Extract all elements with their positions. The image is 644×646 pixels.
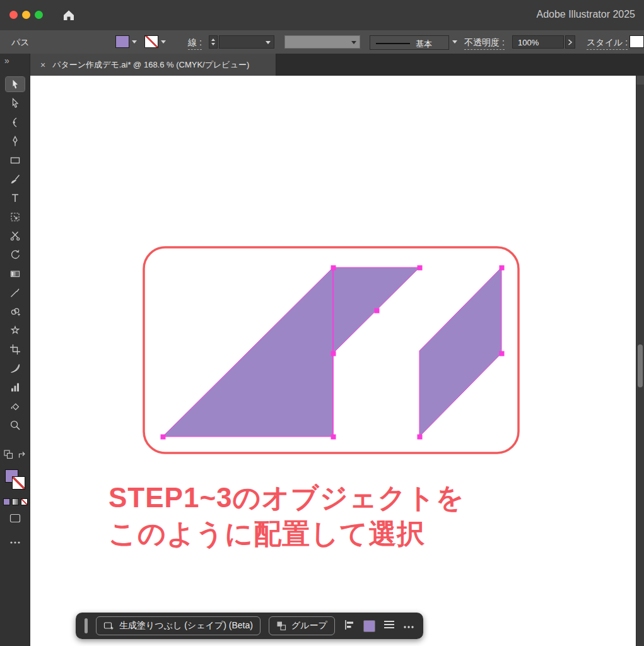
control-bar: パス 線 : 基本 不透明度 : スタイル : (0, 30, 644, 54)
minimize-window-button[interactable] (22, 11, 30, 19)
graphic-style-swatch[interactable] (629, 35, 644, 48)
annotation-text[interactable]: STEP1~3のオブジェクトを このように配置して選択 (108, 479, 465, 551)
gradient-tool[interactable] (6, 266, 25, 281)
menu-icon[interactable] (383, 620, 395, 631)
swap-arrow-icon[interactable] (17, 450, 26, 462)
edit-toolbar-icon[interactable] (9, 536, 21, 547)
fill-color-swatch[interactable] (115, 35, 129, 48)
chevron-down-icon[interactable] (266, 41, 271, 44)
symbol-sprayer-tool[interactable] (6, 323, 25, 338)
opacity-input[interactable] (517, 37, 552, 48)
chevron-down-icon[interactable] (351, 41, 356, 44)
tool-list (0, 77, 30, 432)
column-graph-tool[interactable] (6, 380, 25, 394)
vertical-scrollbar[interactable] (636, 76, 644, 646)
opacity-more-button[interactable] (565, 35, 575, 49)
stroke-color-swatch[interactable] (144, 35, 158, 48)
document-tab[interactable]: × パターン作成デモ.ai* @ 168.6 % (CMYK/プレビュー) (30, 54, 276, 76)
group-icon (276, 621, 286, 631)
selection-tool[interactable] (6, 77, 25, 91)
scrollbar-thumb[interactable] (638, 344, 643, 387)
artboard-tool[interactable] (6, 342, 25, 356)
annotation-line-2: このように配置して選択 (108, 515, 465, 551)
color-mode-icon[interactable] (3, 498, 10, 505)
opacity-field[interactable] (512, 35, 564, 49)
toolbar-lower-cluster (0, 450, 30, 547)
chevron-down-icon[interactable] (161, 40, 166, 44)
app-title: Adobe Illustrator 2025 (536, 9, 635, 20)
generative-fill-label: 生成塗りつぶし (シェイプ) (Beta) (119, 620, 253, 631)
free-transform-tool[interactable] (6, 209, 25, 224)
contextual-task-bar[interactable]: 生成塗りつぶし (シェイプ) (Beta) グループ (76, 613, 423, 639)
stroke-weight-label[interactable]: 線 : (188, 37, 202, 50)
scroll-up-button[interactable] (636, 76, 644, 85)
generative-fill-button[interactable]: 生成塗りつぶし (シェイプ) (Beta) (96, 616, 261, 635)
illustrator-window: Adobe Illustrator 2025 パス 線 : 基本 不透明度 : … (0, 0, 644, 646)
pen-tool[interactable] (6, 134, 25, 148)
scissors-tool[interactable] (6, 228, 25, 243)
gradient-mode-icon[interactable] (12, 498, 19, 505)
chevron-down-icon[interactable] (452, 40, 457, 44)
style-label[interactable]: スタイル : (587, 37, 628, 50)
brush-name: 基本 (416, 38, 432, 50)
expand-toolbar-icon[interactable]: » (4, 56, 9, 66)
knife-tool[interactable] (6, 361, 25, 375)
document-canvas[interactable]: STEP1~3のオブジェクトを このように配置して選択 (30, 76, 636, 646)
eyedropper-tool[interactable] (6, 285, 25, 300)
home-icon[interactable] (62, 8, 76, 25)
taskbar-drag-handle[interactable] (85, 618, 88, 633)
rotate-view-tool[interactable] (6, 247, 25, 262)
right-parallelogram-shape[interactable] (419, 267, 501, 437)
stroke-weight-field[interactable] (219, 35, 274, 49)
left-triangle-shape[interactable] (163, 267, 333, 437)
stroke-weight-stepper[interactable] (209, 35, 218, 49)
color-mode-row (3, 498, 28, 505)
document-tab-title: パターン作成デモ.ai* @ 168.6 % (CMYK/プレビュー) (52, 59, 249, 71)
fill-stroke-indicator (5, 469, 25, 490)
artwork-layer (30, 76, 636, 646)
opacity-label[interactable]: 不透明度 : (464, 37, 505, 50)
live-paint-bucket-tool[interactable] (6, 399, 25, 413)
close-window-button[interactable] (9, 11, 18, 19)
rectangle-tool[interactable] (6, 153, 25, 167)
shape-builder-tool[interactable] (6, 304, 25, 319)
chevron-down-icon[interactable] (132, 40, 137, 44)
more-options-icon[interactable] (403, 620, 414, 631)
align-icon[interactable] (343, 619, 355, 633)
draw-mode-icon[interactable] (9, 514, 21, 526)
proxy-squares-icon[interactable] (4, 450, 13, 462)
zoom-window-button[interactable] (35, 11, 43, 19)
fill-color-chip[interactable] (363, 620, 375, 632)
group-label: グループ (291, 620, 327, 631)
document-tab-bar: × パターン作成デモ.ai* @ 168.6 % (CMYK/プレビュー) (30, 54, 644, 76)
brush-stroke-preview (376, 43, 410, 44)
close-tab-icon[interactable]: × (40, 60, 45, 70)
stroke-proxy-swatch[interactable] (12, 476, 25, 490)
tools-panel: » (0, 54, 30, 646)
none-mode-icon[interactable] (21, 498, 28, 505)
paintbrush-tool[interactable] (6, 172, 25, 186)
direct-selection-tool[interactable] (6, 96, 25, 110)
variable-width-profile-select[interactable] (284, 35, 360, 49)
curvature-tool[interactable] (6, 115, 25, 129)
title-bar: Adobe Illustrator 2025 (0, 0, 644, 31)
generative-fill-icon (103, 621, 114, 631)
group-button[interactable]: グループ (269, 616, 335, 635)
zoom-tool[interactable] (6, 418, 25, 432)
brush-definition-select[interactable]: 基本 (370, 35, 449, 50)
annotation-line-1: STEP1~3のオブジェクトを (108, 479, 465, 515)
selection-context-label: パス (11, 37, 30, 49)
type-tool[interactable] (6, 191, 25, 205)
